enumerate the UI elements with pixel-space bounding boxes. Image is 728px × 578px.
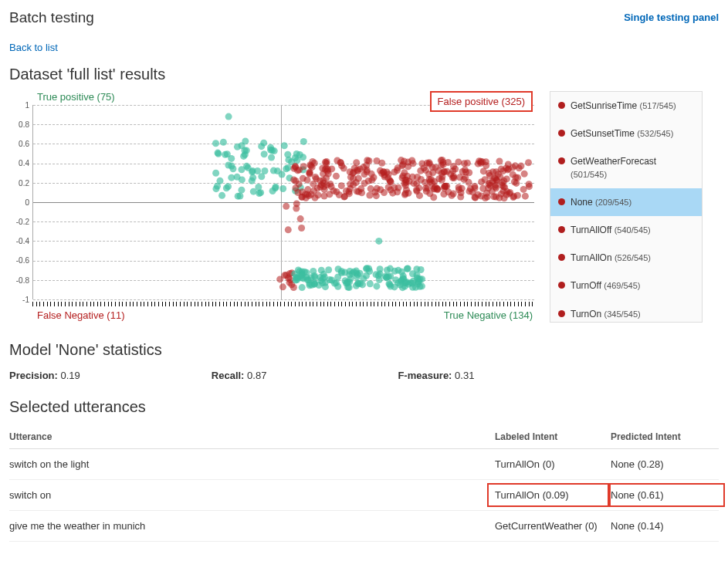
svg-point-539 — [347, 275, 354, 282]
svg-point-499 — [383, 274, 390, 281]
back-to-list-link[interactable]: Back to list — [9, 42, 58, 53]
svg-point-417 — [285, 275, 292, 282]
svg-point-394 — [410, 160, 417, 167]
intent-item-turnon[interactable]: TurnOn (345/545) — [550, 300, 702, 323]
svg-point-390 — [399, 174, 406, 181]
svg-point-251 — [373, 157, 380, 164]
svg-point-324 — [313, 175, 320, 182]
svg-point-362 — [363, 162, 370, 169]
svg-point-350 — [321, 193, 328, 200]
intent-status-dot-icon — [558, 310, 565, 317]
svg-point-534 — [385, 280, 392, 287]
svg-point-494 — [328, 276, 335, 283]
svg-point-75 — [225, 113, 232, 120]
svg-point-517 — [310, 268, 317, 275]
utterance-row[interactable]: switch onTurnAllOn (0.09)None (0.61) — [9, 480, 719, 511]
svg-point-317 — [441, 168, 448, 175]
intent-status-dot-icon — [558, 254, 565, 261]
svg-point-343 — [366, 191, 373, 198]
svg-point-182 — [522, 193, 529, 200]
svg-point-331 — [486, 182, 493, 189]
svg-point-377 — [440, 191, 447, 198]
svg-point-74 — [245, 164, 252, 171]
utterance-table-header: Utterance Labeled Intent Predicted Inten… — [9, 424, 719, 449]
svg-point-522 — [353, 268, 360, 275]
svg-point-29 — [285, 157, 292, 164]
page-title: Batch testing — [9, 9, 94, 26]
svg-point-361 — [466, 169, 472, 176]
svg-point-552 — [375, 238, 382, 245]
svg-point-323 — [347, 174, 354, 181]
confusion-scatter-chart[interactable]: 1 0.8 0.6 0.4 0.2 0 -0.2 -0.4 -0.6 -0.8 … — [9, 91, 534, 323]
svg-point-366 — [435, 167, 442, 174]
svg-point-66 — [271, 147, 278, 154]
svg-point-20 — [258, 143, 265, 150]
svg-point-364 — [428, 176, 435, 183]
svg-point-375 — [486, 170, 493, 177]
svg-point-44 — [293, 150, 300, 157]
utterances-heading: Selected utterances — [9, 398, 719, 416]
svg-point-43 — [215, 150, 222, 157]
svg-point-435 — [325, 266, 332, 273]
svg-point-359 — [459, 168, 466, 175]
svg-point-58 — [220, 139, 227, 146]
svg-point-525 — [391, 268, 398, 275]
svg-point-550 — [402, 279, 409, 286]
svg-point-368 — [330, 188, 337, 194]
intent-item-none[interactable]: None (209/545) — [550, 188, 702, 216]
svg-point-402 — [298, 225, 305, 232]
svg-point-63 — [250, 188, 257, 195]
intent-item-turnoff[interactable]: TurnOff (469/545) — [550, 272, 702, 299]
svg-point-53 — [279, 185, 286, 192]
svg-point-281 — [333, 173, 340, 180]
svg-point-54 — [234, 144, 241, 150]
svg-point-389 — [406, 178, 413, 185]
svg-point-397 — [361, 180, 368, 187]
svg-point-406 — [293, 204, 300, 211]
intent-item-turnallon[interactable]: TurnAllOn (526/545) — [550, 244, 702, 272]
svg-point-121 — [353, 159, 360, 166]
svg-point-492 — [322, 279, 329, 286]
svg-point-540 — [377, 265, 384, 272]
svg-point-59 — [238, 187, 245, 194]
svg-point-64 — [225, 161, 232, 168]
svg-point-403 — [283, 203, 290, 210]
svg-point-538 — [366, 268, 373, 275]
utterance-row[interactable]: switch on the lightTurnAllOn (0)None (0.… — [9, 449, 719, 480]
svg-point-326 — [426, 190, 433, 197]
false-negative-label: False Negative (11) — [37, 309, 124, 321]
svg-point-70 — [214, 183, 221, 190]
svg-point-304 — [493, 168, 499, 175]
intent-status-dot-icon — [558, 102, 565, 109]
predicted-intent: None (0.14) — [611, 520, 719, 532]
false-positive-label: False positive (325) — [430, 91, 533, 112]
intent-item-getsunsettime[interactable]: GetSunsetTime (532/545) — [550, 120, 702, 147]
svg-point-45 — [279, 171, 286, 178]
svg-point-536 — [415, 275, 422, 282]
single-testing-link[interactable]: Single testing panel — [624, 12, 719, 23]
utterance-row[interactable]: give me the weather in munichGetCurrentW… — [9, 511, 719, 542]
svg-point-165 — [516, 164, 523, 171]
svg-point-248 — [513, 180, 520, 187]
svg-point-395 — [385, 171, 392, 177]
svg-point-243 — [413, 180, 420, 187]
labeled-intent: TurnAllOn (0.09) — [495, 489, 603, 501]
svg-point-16 — [212, 140, 219, 147]
svg-point-271 — [526, 183, 533, 190]
svg-point-322 — [334, 157, 340, 164]
svg-point-401 — [285, 226, 292, 233]
stats-heading: Model 'None' statistics — [9, 341, 719, 359]
svg-point-69 — [261, 150, 268, 157]
intent-item-turnalloff[interactable]: TurnAllOff (540/545) — [550, 216, 702, 244]
svg-point-325 — [455, 184, 462, 191]
svg-point-237 — [414, 174, 421, 181]
intent-item-getsunrisetime[interactable]: GetSunriseTime (517/545) — [550, 92, 702, 120]
intent-list-panel[interactable]: GetSunriseTime (517/545)GetSunsetTime (5… — [550, 91, 703, 323]
svg-point-545 — [338, 268, 345, 275]
svg-point-309 — [355, 175, 362, 182]
intent-status-dot-icon — [558, 198, 565, 205]
svg-point-318 — [341, 193, 348, 200]
svg-point-34 — [218, 192, 225, 199]
intent-item-getweatherforecast[interactable]: GetWeatherForecast (501/545) — [550, 147, 702, 188]
svg-point-451 — [405, 265, 411, 272]
